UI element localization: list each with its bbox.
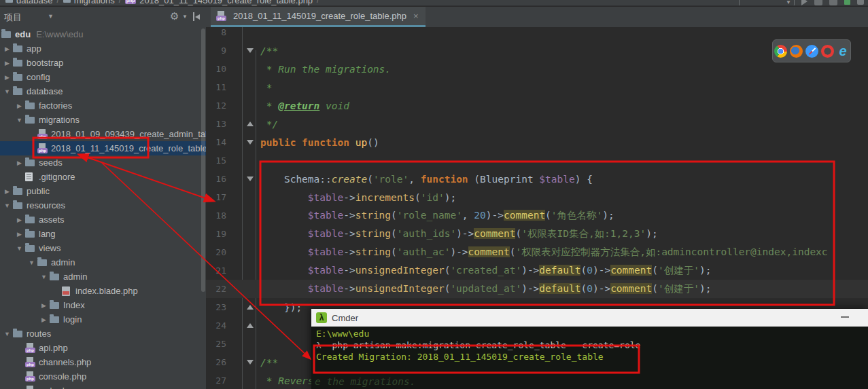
file-icon [25,172,38,181]
tree-item[interactable]: ▼migrations [0,113,206,127]
chevron-right-icon[interactable]: ▶ [14,217,25,223]
profiler-icon[interactable] [844,0,850,5]
tree-item[interactable]: ▶Index [0,298,206,312]
terminal-text: E:\www\edu [316,329,369,339]
tree-item[interactable]: ▼resources [0,198,206,212]
fold-marker-icon[interactable] [240,177,260,181]
tree-item[interactable]: ▶bootstrap [0,56,206,70]
collapse-panel-icon[interactable] [192,12,201,21]
tree-item[interactable]: ▶assets [0,212,206,227]
breadcrumb-separator: / [57,0,59,5]
chevron-down-icon[interactable]: ▼ [38,274,50,280]
tree-item[interactable]: index.blade.php [0,284,206,298]
chevron-down-icon[interactable]: ▼ [48,13,54,20]
code-line: 11 * [206,78,868,96]
ie-icon[interactable]: e [837,45,850,58]
breadcrumb-item[interactable]: php2018_01_11_145019_create_role_table.p… [125,0,313,5]
breadcrumb-item[interactable]: database [5,0,53,5]
terminal-output[interactable]: E:\www\eduλ php artisan make:migration c… [311,327,868,389]
tree-item[interactable]: eduE:\www\edu [0,27,206,41]
opera-icon[interactable] [821,45,834,58]
tree-item-label: admin [63,272,87,282]
tree-item[interactable]: ▼views [0,241,206,255]
tree-item[interactable]: ▶factories [0,98,206,113]
code-text: public function up() [260,137,379,148]
project-tree-scrollbar[interactable] [201,29,205,292]
code-line: 17 $table->increments('id'); [206,188,868,206]
chevron-down-icon[interactable]: ▼ [14,117,25,124]
chevron-down-icon[interactable]: ▼ [1,331,13,337]
fold-marker-icon[interactable] [240,305,260,310]
chevron-down-icon[interactable]: ▼ [14,245,25,252]
tree-item[interactable]: ▼admin [0,270,206,284]
folder-icon [13,74,26,81]
project-panel-header: 项目 ▼ ⚙ ▼ [0,7,206,27]
chevron-right-icon[interactable]: ▶ [38,302,50,309]
line-number: 15 [206,155,240,166]
chevron-right-icon[interactable]: ▶ [1,45,13,52]
blade-icon [62,286,75,296]
fold-marker-icon[interactable] [240,140,260,145]
tree-item[interactable]: web.php [0,384,206,389]
chevron-right-icon[interactable]: ▶ [14,231,25,238]
tree-item[interactable]: console.php [0,369,206,384]
fold-marker-icon[interactable] [240,360,260,365]
toolbar-icon[interactable] [857,0,864,5]
fold-marker-icon[interactable] [240,48,260,53]
firefox-icon[interactable] [790,45,803,58]
breadcrumb-item[interactable]: migrations [63,0,115,5]
tree-item[interactable]: 2018_01_11_145019_create_role_table.ph [0,141,206,155]
tree-item-label: 2018_01_09_093439_create_admin_table. [51,129,206,139]
chevron-right-icon[interactable]: ▶ [1,188,13,195]
gear-icon[interactable]: ⚙ [170,10,179,22]
chevron-right-icon[interactable]: ▶ [1,60,13,67]
line-number: 13 [206,119,240,129]
minimize-icon[interactable] [841,316,849,318]
safari-icon[interactable] [805,45,818,58]
tree-item[interactable]: 2018_01_09_093439_create_admin_table. [0,127,206,141]
line-number: 16 [206,174,240,184]
tree-item[interactable]: ▼database [0,84,206,98]
chevron-right-icon[interactable]: ▶ [1,74,13,81]
debug-icon[interactable] [814,0,822,5]
tree-item[interactable]: ▶public [0,184,206,198]
folder-icon [13,88,26,95]
chevron-right-icon[interactable]: ▶ [14,160,25,166]
tree-item-label: routes [27,329,51,339]
tree-item[interactable]: ▶seeds [0,155,206,170]
tree-item[interactable]: ▼routes [0,327,206,341]
project-tree[interactable]: eduE:\www\edu▶app▶bootstrap▶config▼datab… [0,27,206,389]
tree-item[interactable]: ▼admin [0,255,206,270]
line-number: 12 [206,100,240,111]
folder-icon [25,103,38,109]
tree-item[interactable]: ▶login [0,312,206,327]
run-icon[interactable] [801,0,808,5]
close-icon[interactable]: × [413,11,419,21]
chevron-down-icon[interactable]: ▼ [1,202,13,209]
line-number: 10 [206,64,240,74]
cmder-title-bar[interactable]: λ Cmder [311,309,868,327]
tree-item[interactable]: ▶app [0,41,206,56]
folder-icon [13,331,26,337]
chrome-icon[interactable] [774,45,787,58]
chevron-down-icon[interactable]: ▼ [182,14,188,20]
fold-marker-icon[interactable] [240,122,260,126]
cmder-window[interactable]: λ Cmder E:\www\eduλ php artisan make:mig… [311,309,868,389]
tree-item[interactable]: ▶config [0,70,206,84]
line-number: 11 [206,82,240,92]
fold-marker-icon[interactable] [240,323,260,328]
tree-item[interactable]: api.php [0,341,206,355]
chevron-down-icon[interactable]: ▼ [1,88,13,95]
tree-item[interactable]: .gitignore [0,170,206,184]
editor-tab-label: 2018_01_11_145019_create_role_table.php [233,11,406,21]
editor-tab[interactable]: 2018_01_11_145019_create_role_table.php … [211,7,426,27]
chevron-down-icon[interactable]: ▼ [26,259,37,266]
chevron-right-icon[interactable]: ▶ [14,103,25,109]
line-number: 18 [206,210,240,221]
tree-item[interactable]: channels.php [0,355,206,369]
folder-icon [25,231,38,238]
coverage-icon[interactable] [829,0,837,5]
tree-item[interactable]: ▶lang [0,227,206,241]
chevron-right-icon[interactable]: ▶ [38,316,50,323]
run-configuration-dropdown[interactable]: ▼ [739,0,795,6]
